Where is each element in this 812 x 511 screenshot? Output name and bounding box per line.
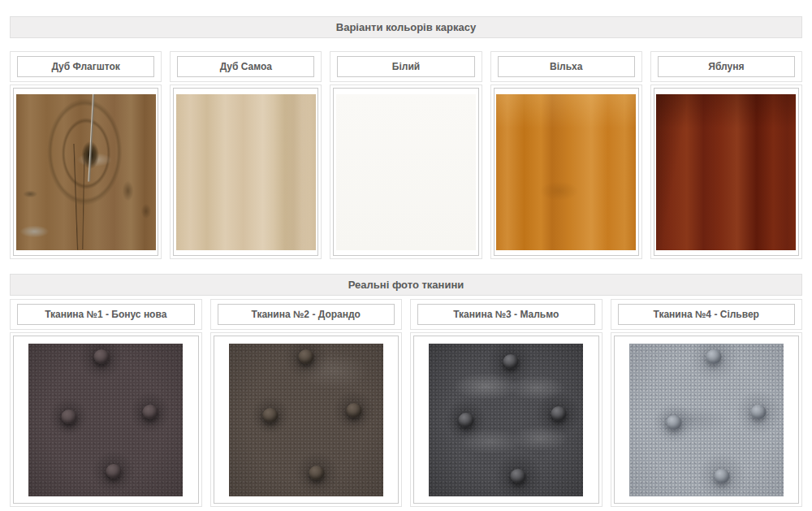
wood-texture-white-image	[336, 94, 476, 250]
wood-texture-flagstaff-image	[16, 94, 156, 250]
swatch-image-cell	[170, 84, 322, 259]
swatch-label: Тканина №4 - Сільвер	[618, 304, 796, 325]
fabric-photo-dorando-image	[229, 344, 383, 496]
frame-swatch-col-flagstaff: Дуб Флагшток	[10, 51, 162, 259]
tuft-button	[511, 469, 526, 483]
swatch-image-frame	[173, 88, 318, 256]
frame-swatch-grid: Дуб Флагшток Дуб Самоа Білий	[10, 51, 802, 259]
tuft-button	[93, 349, 109, 364]
swatch-image-cell	[650, 84, 802, 259]
fabric-photos-header: Реальні фото тканини	[10, 274, 802, 296]
swatch-label-cell: Тканина №3 - Мальмо	[410, 299, 603, 330]
swatch-image-frame	[13, 336, 199, 504]
swatch-label: Дуб Самоа	[177, 56, 314, 77]
swatch-label: Білий	[337, 56, 474, 77]
frame-swatch-col-samoa: Дуб Самоа	[170, 51, 322, 259]
fabric-photo-silver-image	[629, 344, 784, 496]
tuft-button	[309, 466, 325, 480]
swatch-label: Тканина №3 - Мальмо	[417, 304, 595, 325]
swatch-image-cell	[611, 332, 803, 507]
swatch-image-frame	[413, 336, 599, 504]
tuft-button	[503, 354, 518, 369]
wood-texture-alder-image	[496, 94, 636, 250]
swatch-label-cell: Вільха	[490, 51, 642, 82]
tuft-button	[346, 403, 361, 418]
swatch-image-cell	[10, 84, 162, 259]
swatch-image-frame	[214, 336, 400, 504]
swatch-image-frame	[494, 88, 639, 256]
swatch-label-cell: Дуб Самоа	[170, 51, 322, 82]
frame-swatch-col-white: Білий	[330, 51, 482, 259]
swatch-label-cell: Тканина №1 - Бонус нова	[10, 299, 202, 330]
fabric-swatch-col-bonus: Тканина №1 - Бонус нова	[10, 299, 202, 507]
fabric-swatch-col-malmo: Тканина №3 - Мальмо	[410, 299, 603, 507]
swatch-image-cell	[410, 332, 603, 507]
swatch-image-frame	[333, 88, 478, 256]
tuft-button	[706, 349, 722, 364]
fabric-photo-bonus-image	[28, 344, 183, 496]
swatch-image-frame	[13, 88, 158, 256]
swatch-image-frame	[614, 336, 800, 504]
fabric-photo-malmo-image	[429, 344, 583, 496]
fabric-swatch-grid: Тканина №1 - Бонус нова Тканина №2 - Дор…	[10, 299, 802, 507]
swatch-label: Тканина №1 - Бонус нова	[17, 304, 195, 325]
swatch-label-cell: Яблуня	[650, 51, 802, 82]
fabric-swatch-col-silver: Тканина №4 - Сільвер	[611, 299, 803, 507]
tuft-button	[143, 405, 158, 419]
tuft-button	[458, 413, 473, 427]
tuft-button	[714, 469, 729, 483]
swatch-label: Дуб Флагшток	[17, 56, 154, 77]
fabric-swatch-col-dorando: Тканина №2 - Дорандо	[210, 299, 403, 507]
swatch-label: Вільха	[498, 56, 635, 77]
tuft-button	[298, 349, 313, 364]
swatch-image-cell	[330, 84, 482, 259]
tuft-button	[106, 464, 121, 479]
swatch-label-cell: Дуб Флагшток	[10, 51, 162, 82]
frame-colors-header: Варіанти кольорів каркасу	[10, 16, 802, 38]
tuft-button	[666, 415, 681, 430]
product-options-page: Варіанти кольорів каркасу Дуб Флагшток Д…	[0, 16, 812, 507]
tuft-button	[263, 408, 279, 422]
tuft-button	[551, 406, 566, 421]
swatch-label-cell: Тканина №2 - Дорандо	[210, 299, 403, 330]
tuft-button	[751, 405, 767, 419]
tuft-button	[61, 409, 76, 424]
swatch-label-cell: Тканина №4 - Сільвер	[611, 299, 803, 330]
wood-texture-samoa-image	[176, 94, 316, 250]
swatch-image-frame	[654, 88, 799, 256]
swatch-label-cell: Білий	[330, 51, 482, 82]
swatch-label: Тканина №2 - Дорандо	[218, 304, 395, 325]
frame-swatch-col-alder: Вільха	[490, 51, 642, 259]
swatch-image-cell	[490, 84, 642, 259]
frame-swatch-col-apple: Яблуня	[650, 51, 802, 259]
wood-texture-apple-image	[656, 94, 796, 250]
swatch-image-cell	[10, 332, 202, 507]
swatch-image-cell	[210, 332, 403, 507]
swatch-label: Яблуня	[658, 56, 795, 77]
